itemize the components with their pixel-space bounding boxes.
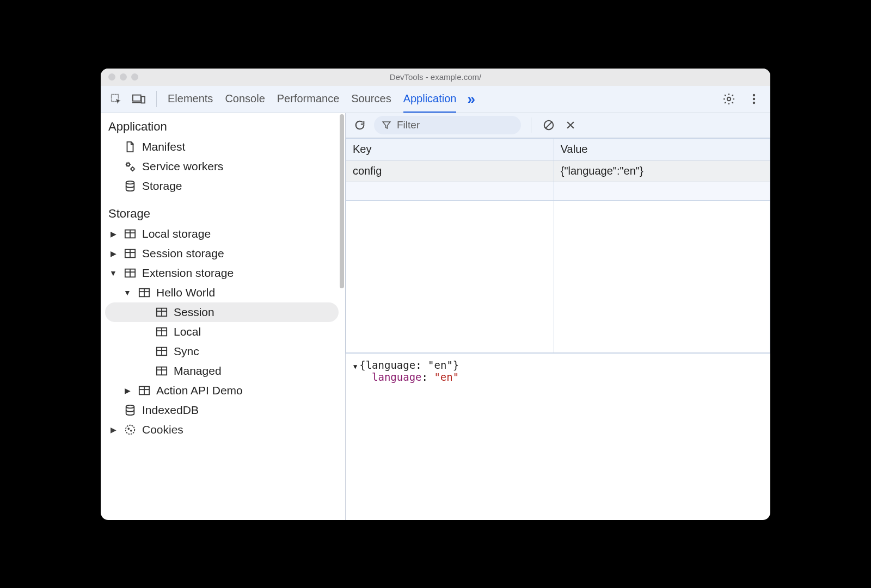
sidebar-item-label: Local xyxy=(174,325,201,338)
sidebar-item-label: Cookies xyxy=(142,423,183,436)
object-property-line[interactable]: language: "en" xyxy=(353,371,763,383)
caret-down-icon: ▼ xyxy=(122,288,132,297)
separator xyxy=(156,91,157,107)
table-icon xyxy=(155,325,168,338)
svg-point-5 xyxy=(753,94,755,96)
sidebar-item-local-storage[interactable]: ▶ Local storage xyxy=(101,224,345,244)
sidebar-item-label: Session storage xyxy=(142,247,224,260)
separator xyxy=(531,117,531,133)
clear-all-icon[interactable] xyxy=(541,117,556,133)
sidebar-item-extension-storage[interactable]: ▼ Extension storage xyxy=(101,263,345,283)
sidebar-item-sync[interactable]: Sync xyxy=(101,342,345,361)
refresh-icon[interactable] xyxy=(352,117,367,133)
sidebar-scroll-thumb[interactable] xyxy=(340,114,344,288)
tab-application[interactable]: Application xyxy=(403,86,457,113)
column-value[interactable]: Value xyxy=(554,138,770,160)
close-window-dot[interactable] xyxy=(108,73,115,81)
svg-point-9 xyxy=(131,167,134,170)
sidebar-item-label: Service workers xyxy=(142,160,223,173)
sidebar-scrollbar[interactable] xyxy=(339,113,345,520)
caret-right-icon: ▶ xyxy=(122,386,132,395)
object-inspector[interactable]: ▼{language: "en"} language: "en" xyxy=(346,354,770,520)
sidebar-item-manifest[interactable]: Manifest xyxy=(101,137,345,157)
table-row-empty[interactable] xyxy=(346,182,770,200)
tab-elements[interactable]: Elements xyxy=(168,86,213,113)
object-property-value: "en" xyxy=(434,371,459,383)
sidebar-item-indexeddb[interactable]: IndexedDB xyxy=(101,400,345,420)
titlebar: DevTools - example.com/ xyxy=(101,69,770,86)
table-icon xyxy=(155,345,168,358)
sidebar-item-managed[interactable]: Managed xyxy=(101,361,345,381)
caret-right-icon: ▶ xyxy=(108,249,118,258)
svg-point-10 xyxy=(126,181,134,184)
sidebar-item-label: Manifest xyxy=(142,140,185,153)
sidebar-item-label: Managed xyxy=(174,364,222,377)
inspect-element-icon[interactable] xyxy=(108,91,124,107)
svg-point-41 xyxy=(131,430,132,431)
table-icon xyxy=(155,364,168,377)
table-icon xyxy=(124,247,137,260)
storage-panel: Filter xyxy=(346,113,770,520)
devtools-window: DevTools - example.com/ Elements Consol xyxy=(101,69,770,520)
svg-point-40 xyxy=(128,428,129,429)
sidebar-item-session[interactable]: Session xyxy=(105,302,339,322)
storage-table: Key Value config {"language":"en"} xyxy=(346,138,770,354)
svg-point-7 xyxy=(753,102,755,104)
devtools-toolbar: Elements Console Performance Sources App… xyxy=(101,86,770,113)
minimize-window-dot[interactable] xyxy=(120,73,127,81)
filter-input[interactable]: Filter xyxy=(374,116,521,134)
sidebar-item-session-storage[interactable]: ▶ Session storage xyxy=(101,244,345,263)
sidebar-item-local[interactable]: Local xyxy=(101,322,345,342)
svg-rect-1 xyxy=(133,95,141,101)
svg-point-4 xyxy=(727,97,731,101)
kebab-menu-icon[interactable] xyxy=(746,91,762,107)
object-summary-line[interactable]: ▼{language: "en"} xyxy=(353,359,763,371)
main-area: Application Manifest Service workers xyxy=(101,113,770,520)
document-icon xyxy=(124,140,137,153)
sidebar-item-label: Local storage xyxy=(142,227,211,240)
sidebar-item-hello-world[interactable]: ▼ Hello World xyxy=(101,283,345,302)
sidebar-item-label: Sync xyxy=(174,345,199,358)
sidebar-item-cookies[interactable]: ▶ Cookies xyxy=(101,420,345,440)
svg-line-43 xyxy=(546,122,552,128)
caret-right-icon: ▶ xyxy=(108,230,118,238)
cookie-icon xyxy=(124,423,137,436)
tab-performance[interactable]: Performance xyxy=(277,86,340,113)
zoom-window-dot[interactable] xyxy=(131,73,138,81)
sidebar-item-storage[interactable]: Storage xyxy=(101,176,345,196)
object-property-key: language xyxy=(372,371,422,383)
caret-down-icon: ▼ xyxy=(353,363,359,370)
sidebar-item-action-api-demo[interactable]: ▶ Action API Demo xyxy=(101,381,345,400)
delete-icon[interactable] xyxy=(563,117,578,133)
section-application: Application xyxy=(101,113,345,137)
sidebar-item-label: Hello World xyxy=(156,286,215,299)
window-title: DevTools - example.com/ xyxy=(101,72,770,82)
svg-point-39 xyxy=(126,425,135,434)
application-sidebar: Application Manifest Service workers xyxy=(101,113,346,520)
filter-icon xyxy=(382,120,391,130)
panel-tabs: Elements Console Performance Sources App… xyxy=(168,86,456,113)
database-icon xyxy=(124,404,137,417)
filter-placeholder: Filter xyxy=(397,119,420,131)
sidebar-item-service-workers[interactable]: Service workers xyxy=(101,157,345,176)
section-storage: Storage xyxy=(101,196,345,224)
sidebar-item-label: IndexedDB xyxy=(142,404,199,417)
cell-value[interactable]: {"language":"en"} xyxy=(554,160,770,182)
tab-console[interactable]: Console xyxy=(225,86,265,113)
sidebar-item-label: Extension storage xyxy=(142,267,234,280)
object-summary: {language: "en"} xyxy=(359,359,459,371)
column-key[interactable]: Key xyxy=(346,138,554,160)
more-tabs-button[interactable]: » xyxy=(467,91,475,108)
device-toolbar-icon[interactable] xyxy=(131,91,146,107)
table-icon xyxy=(124,227,137,240)
tab-sources[interactable]: Sources xyxy=(351,86,391,113)
table-icon xyxy=(155,306,168,319)
table-row[interactable]: config {"language":"en"} xyxy=(346,160,770,182)
table-spacer xyxy=(346,201,770,353)
cell-key[interactable]: config xyxy=(346,160,554,182)
settings-icon[interactable] xyxy=(721,91,737,107)
storage-toolbar: Filter xyxy=(346,113,770,138)
window-controls[interactable] xyxy=(108,73,138,81)
caret-right-icon: ▶ xyxy=(108,425,118,434)
table-icon xyxy=(138,286,151,299)
